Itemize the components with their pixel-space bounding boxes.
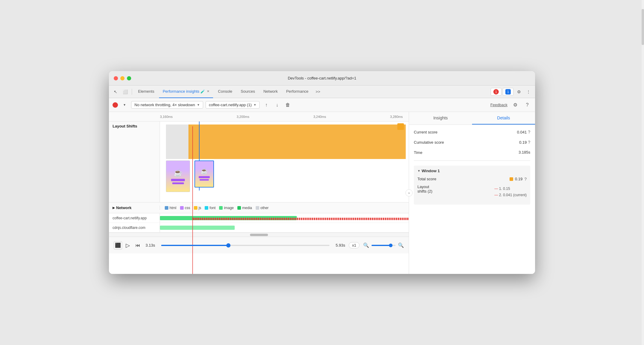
image-dot — [219, 206, 223, 210]
cumulative-score-help-icon[interactable]: ? — [528, 140, 530, 145]
more-options-icon[interactable]: ⋮ — [524, 88, 533, 96]
legend-html: html — [165, 206, 176, 210]
time-row: Time 3.185s — [414, 150, 530, 155]
record-button[interactable] — [113, 102, 118, 108]
collapse-icon[interactable]: ▼ — [417, 169, 420, 172]
font-dot — [205, 206, 208, 210]
title-bar: DevTools - coffee-cart.netlify.app/?ad=1 — [109, 71, 535, 86]
layout-shifts-row: Layoutshifts (2) — 1. 0.15 — 2. 0.041 (c… — [417, 184, 527, 199]
ruler-mark-3: 3,240ms — [313, 115, 326, 118]
tab-elements[interactable]: Elements — [134, 86, 158, 98]
help-icon[interactable]: ? — [523, 101, 531, 109]
performance-toolbar: ▼ No network throttling, 4× slowdown ▼ c… — [109, 98, 535, 112]
tab-details[interactable]: Details — [472, 112, 535, 124]
toolbar2-right: Feedback ⚙ ? — [490, 101, 531, 109]
current-score-row: Current score 0.041 ? — [414, 130, 530, 135]
current-score-help-icon[interactable]: ? — [528, 130, 530, 134]
tab-performance[interactable]: Performance — [282, 86, 312, 98]
thumb-before-mockup: ☕ — [166, 161, 190, 192]
panel-collapse-button[interactable]: › — [405, 189, 413, 196]
cumulative-score-label: Cumulative score — [414, 140, 444, 145]
info-icon: 1 — [505, 89, 511, 94]
error-badge[interactable]: 1 — [491, 88, 501, 96]
traffic-lights — [114, 76, 131, 80]
ruler-mark-4: 3,280ms — [390, 115, 403, 118]
html-dot — [165, 206, 168, 210]
download-icon[interactable]: ↓ — [273, 101, 281, 109]
layout-shifts-label: Layout Shifts — [109, 122, 160, 202]
total-score-value: 0.19 ? — [510, 177, 527, 182]
ruler-mark-1: 3,160ms — [160, 115, 173, 118]
dropdown-arrow-icon[interactable]: ▼ — [120, 101, 129, 109]
time-label: Time — [414, 150, 422, 155]
settings-gear-icon[interactable]: ⚙ — [511, 101, 519, 109]
tab-insights[interactable]: Insights — [409, 112, 472, 124]
thumb-after-mockup: ☕ — [195, 161, 213, 187]
throttle-dropdown[interactable]: No network throttling, 4× slowdown ▼ — [131, 101, 203, 109]
thumbnail-after: ☕ — [194, 160, 214, 188]
chevron-down-icon: ▼ — [197, 103, 200, 106]
bottom-controls: ⬛ ▷ ⏮ 3.13s 5.93s x1 🔍 🔍 — [109, 237, 409, 254]
orange-square-icon — [510, 177, 513, 181]
network-row-1: coffee-cart.netlify.app — [109, 213, 409, 223]
info-badge[interactable]: 1 — [503, 88, 513, 96]
network-row-2: cdnjs.cloudflare.com — [109, 223, 409, 232]
network-bar-2 — [160, 226, 235, 230]
timeline-ruler: 3,160ms 3,200ms 3,240ms 3,280ms — [109, 112, 409, 122]
play-button[interactable]: ▷ — [126, 242, 130, 249]
network-row-1-bars — [160, 213, 409, 223]
minimize-button[interactable] — [120, 76, 125, 80]
maximize-button[interactable] — [127, 76, 131, 80]
tab-console[interactable]: Console — [214, 86, 236, 98]
cursor-icon[interactable]: ↖ — [111, 88, 120, 96]
devtools-tab-bar: ↖ ⬜ Elements Performance insights 🧪 ✕ Co… — [109, 86, 535, 98]
tab-network[interactable]: Network — [260, 86, 281, 98]
feedback-link[interactable]: Feedback — [490, 103, 507, 107]
more-tabs-button[interactable]: >> — [313, 89, 323, 94]
network-legend: html css js font — [160, 206, 273, 210]
close-button[interactable] — [114, 76, 118, 80]
network-label: ▶ Network — [109, 206, 160, 210]
current-score-value: 0.041 ? — [517, 130, 530, 134]
layout-shifts-details: — 1. 0.15 — 2. 0.041 (current) — [495, 186, 527, 199]
media-dot — [237, 206, 241, 210]
layout-shifts-section: Layout Shifts ☕ — [109, 122, 409, 202]
timeline-thumb — [226, 243, 230, 248]
zoom-fill — [372, 245, 391, 246]
upload-icon[interactable]: ↑ — [262, 101, 270, 109]
insights-content: Current score 0.041 ? Cumulative score 0… — [409, 125, 535, 274]
separator — [132, 89, 132, 95]
layout-shifts-label: Layoutshifts (2) — [417, 184, 432, 194]
total-score-label: Total score — [417, 177, 436, 181]
current-score-label: Current score — [414, 130, 438, 135]
device-toolbar-icon[interactable]: ⬜ — [121, 88, 129, 96]
delete-icon[interactable]: 🗑 — [284, 101, 292, 109]
other-dot — [256, 206, 259, 210]
orange-bar — [188, 124, 406, 159]
zoom-slider[interactable] — [372, 245, 396, 246]
flask-icon: 🧪 — [200, 89, 205, 94]
screenshot-icon[interactable]: ⬛ — [114, 241, 122, 250]
start-time: 3.13s — [146, 243, 155, 248]
cumulative-score-row: Cumulative score 0.19 ? — [414, 140, 530, 145]
total-score-help-icon[interactable]: ? — [524, 177, 527, 182]
skip-back-icon[interactable]: ⏮ — [134, 241, 142, 250]
network-section: ▶ Network html css — [109, 202, 409, 232]
url-dropdown[interactable]: coffee-cart.netlify.app (1) ▼ — [206, 101, 260, 109]
timeline-scrollbar[interactable] — [109, 232, 409, 237]
tab-performance-insights[interactable]: Performance insights 🧪 ✕ — [159, 86, 213, 98]
timeline-panel: 3,160ms 3,200ms 3,240ms 3,280ms Layout S… — [109, 112, 409, 274]
network-rows-container: coffee-cart.netlify.app cdnjs.cloudflare… — [109, 213, 409, 232]
timeline-scrubber[interactable] — [161, 245, 330, 246]
zoom-in-icon[interactable]: 🔍 — [398, 242, 404, 248]
speed-badge[interactable]: x1 — [349, 242, 360, 248]
tab-close-icon[interactable]: ✕ — [207, 89, 209, 93]
layout-shifts-content: ☕ ☕ — [160, 122, 409, 206]
network-expand-icon[interactable]: ▶ — [113, 206, 115, 209]
devtools-window: DevTools - coffee-cart.netlify.app/?ad=1… — [109, 71, 535, 274]
zoom-controls: 🔍 🔍 — [363, 242, 404, 248]
tab-sources[interactable]: Sources — [237, 86, 259, 98]
settings-icon[interactable]: ⚙ — [515, 88, 523, 96]
zoom-out-icon[interactable]: 🔍 — [363, 242, 369, 248]
ruler-mark-2: 3,200ms — [237, 115, 249, 118]
